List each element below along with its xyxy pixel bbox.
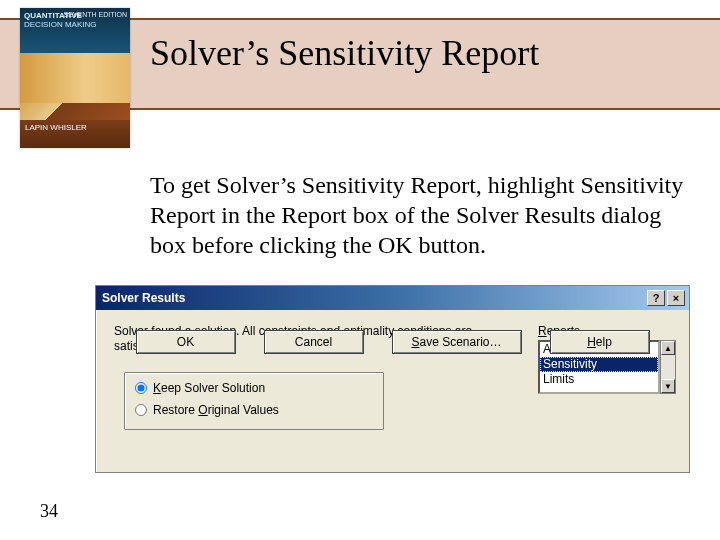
book-title-line2: DECISION MAKING xyxy=(24,20,96,29)
keep-solution-label: Keep Solver Solution xyxy=(153,381,265,395)
keep-solution-radio[interactable]: Keep Solver Solution xyxy=(135,381,373,395)
solution-radio-group: Keep Solver Solution Restore Original Va… xyxy=(124,372,384,430)
restore-values-label: Restore Original Values xyxy=(153,403,279,417)
solver-results-dialog: Solver Results ? × Solver found a soluti… xyxy=(95,285,690,473)
book-edition: SEVENTH EDITION xyxy=(64,11,127,18)
save-scenario-button[interactable]: Save Scenario… xyxy=(392,330,522,354)
dialog-title: Solver Results xyxy=(102,291,185,305)
list-item[interactable]: Limits xyxy=(540,372,658,387)
restore-values-input[interactable] xyxy=(135,404,147,416)
dialog-body: Solver found a solution. All constraints… xyxy=(96,310,689,364)
book-cover-image: QUANTITATIVE DECISION MAKING SEVENTH EDI… xyxy=(20,8,130,148)
help-button[interactable]: Help xyxy=(550,330,650,354)
dialog-titlebar[interactable]: Solver Results ? × xyxy=(96,286,689,310)
ok-button[interactable]: OK xyxy=(136,330,236,354)
dialog-button-row: OK Cancel Save Scenario… Help xyxy=(96,330,689,354)
restore-values-radio[interactable]: Restore Original Values xyxy=(135,403,373,417)
slide: QUANTITATIVE DECISION MAKING SEVENTH EDI… xyxy=(0,0,720,540)
list-item[interactable]: Sensitivity xyxy=(540,357,658,372)
slide-number: 34 xyxy=(40,501,58,522)
close-icon[interactable]: × xyxy=(667,290,685,306)
book-authors: LAPIN WHISLER xyxy=(20,120,130,148)
scroll-down-icon[interactable]: ▼ xyxy=(661,379,675,393)
slide-title: Solver’s Sensitivity Report xyxy=(150,32,710,74)
keep-solution-input[interactable] xyxy=(135,382,147,394)
scroll-track[interactable] xyxy=(661,355,675,379)
help-icon[interactable]: ? xyxy=(647,290,665,306)
slide-body-text: To get Solver’s Sensitivity Report, high… xyxy=(150,170,700,260)
cancel-button[interactable]: Cancel xyxy=(264,330,364,354)
